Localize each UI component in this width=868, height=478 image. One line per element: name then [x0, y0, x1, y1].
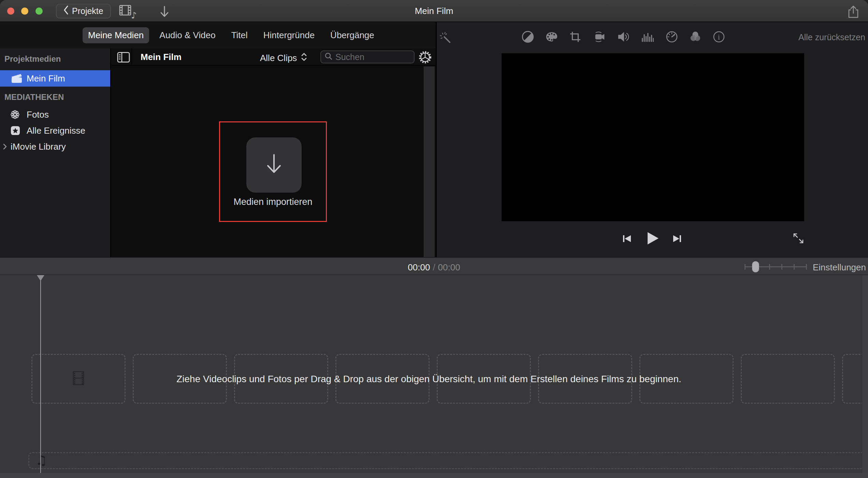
annotation-highlight-box: Medien importieren — [219, 121, 327, 222]
header-divider — [131, 48, 132, 65]
video-preview[interactable] — [502, 53, 804, 221]
browser-title: Mein Film — [141, 52, 182, 62]
sidebar: Projektmedien Mein Fi — [0, 48, 111, 257]
import-media-label: Medien importieren — [200, 197, 346, 207]
sidebar-item-label: iMovie Library — [11, 141, 66, 152]
playhead-handle[interactable] — [37, 275, 44, 281]
photos-flower-icon — [11, 110, 19, 119]
projects-section-header: Projektmedien — [4, 54, 61, 64]
disclosure-chevron-icon[interactable] — [3, 143, 7, 150]
search-input[interactable] — [335, 52, 404, 62]
total-duration: 00:00 — [438, 262, 460, 272]
stabilization-camera-icon[interactable] — [594, 31, 606, 43]
color-filters-icon[interactable] — [689, 31, 701, 43]
imovie-window: Projekte ♪ Mein Film — [0, 0, 868, 478]
sidebar-toggle-icon[interactable] — [117, 52, 130, 64]
speed-icon[interactable] — [666, 31, 678, 43]
sidebar-item-mein-film[interactable]: Mein Film — [0, 70, 110, 87]
clips-filter-dropdown[interactable]: Alle Clips — [260, 52, 307, 64]
libraries-section-header: MEDIATHEKEN — [4, 92, 64, 102]
reset-all-button[interactable]: Alle zurücksetzen — [798, 32, 865, 42]
timeline-scrollbar[interactable] — [862, 275, 868, 473]
clips-filter-label: Alle Clips — [260, 53, 297, 63]
tab-titel[interactable]: Titel — [226, 27, 253, 43]
timeline-drop-hint: Ziehe Videoclips und Fotos per Drag & Dr… — [0, 374, 858, 385]
music-note-icon: ♫ — [35, 453, 47, 468]
fullscreen-icon[interactable] — [792, 232, 805, 246]
viewer-pane: i Alle zurücksetzen — [437, 22, 868, 257]
sidebar-item-alle-ereignisse[interactable]: Alle Ereignisse — [0, 123, 110, 138]
updown-chevrons-icon — [301, 52, 307, 64]
crop-icon[interactable] — [569, 31, 581, 43]
search-icon — [324, 52, 333, 62]
import-arrow-icon — [263, 153, 285, 177]
enhance-wand-icon[interactable] — [439, 31, 452, 44]
search-field[interactable] — [320, 50, 415, 63]
slider-thumb[interactable] — [752, 261, 759, 272]
skip-forward-button[interactable] — [671, 233, 683, 246]
media-tabbar: Meine Medien Audio & Video Titel Hinterg… — [0, 22, 436, 48]
playhead-line[interactable] — [40, 275, 41, 473]
titlebar: Projekte ♪ Mein Film — [0, 0, 868, 22]
import-media-button[interactable] — [246, 137, 302, 193]
time-separator: / — [430, 262, 438, 272]
tab-hintergruende[interactable]: Hintergründe — [258, 27, 320, 43]
color-palette-icon[interactable] — [546, 31, 558, 43]
browser-settings-gear-icon[interactable] — [418, 50, 432, 66]
clapperboard-icon — [11, 73, 23, 84]
color-balance-icon[interactable] — [522, 31, 534, 43]
media-pane: Meine Medien Audio & Video Titel Hinterg… — [0, 22, 437, 257]
tab-audio-video[interactable]: Audio & Video — [154, 27, 221, 43]
audio-placeholder[interactable]: ♫ — [28, 452, 868, 469]
tab-uebergaenge[interactable]: Übergänge — [325, 27, 380, 43]
timeline[interactable]: Ziehe Videoclips und Fotos per Drag & Dr… — [0, 275, 868, 478]
time-display: 00:00/00:00 — [0, 262, 868, 273]
browser-scrollbar[interactable] — [424, 66, 435, 257]
sidebar-item-fotos[interactable]: Fotos — [0, 107, 110, 122]
sidebar-item-label: Fotos — [27, 109, 49, 120]
skip-back-button[interactable] — [621, 233, 633, 246]
sidebar-item-imovie-library[interactable]: iMovie Library — [0, 139, 110, 154]
play-button[interactable] — [645, 230, 660, 248]
sidebar-item-label: Mein Film — [27, 73, 65, 84]
star-square-icon — [11, 126, 20, 135]
volume-icon[interactable] — [618, 31, 630, 43]
browser-content: Medien importieren — [112, 66, 436, 257]
timeline-zoom-slider[interactable] — [744, 261, 807, 272]
info-icon[interactable]: i — [713, 31, 725, 43]
sidebar-item-label: Alle Ereignisse — [27, 125, 85, 136]
timeline-toolbar: 00:00/00:00 Einstellungen — [0, 257, 868, 275]
settings-button[interactable]: Einstellungen — [813, 262, 866, 273]
svg-text:i: i — [718, 33, 720, 41]
browser-header: Mein Film Alle Clips — [112, 48, 436, 66]
tab-meine-medien[interactable]: Meine Medien — [83, 27, 149, 43]
current-time: 00:00 — [408, 262, 430, 272]
main-area: Meine Medien Audio & Video Titel Hinterg… — [0, 22, 868, 257]
media-browser: Mein Film Alle Clips — [112, 48, 436, 257]
window-bottom-edge — [0, 473, 868, 478]
window-title: Mein Film — [0, 6, 868, 16]
audio-eq-icon[interactable] — [641, 31, 654, 43]
share-icon[interactable] — [846, 5, 860, 20]
